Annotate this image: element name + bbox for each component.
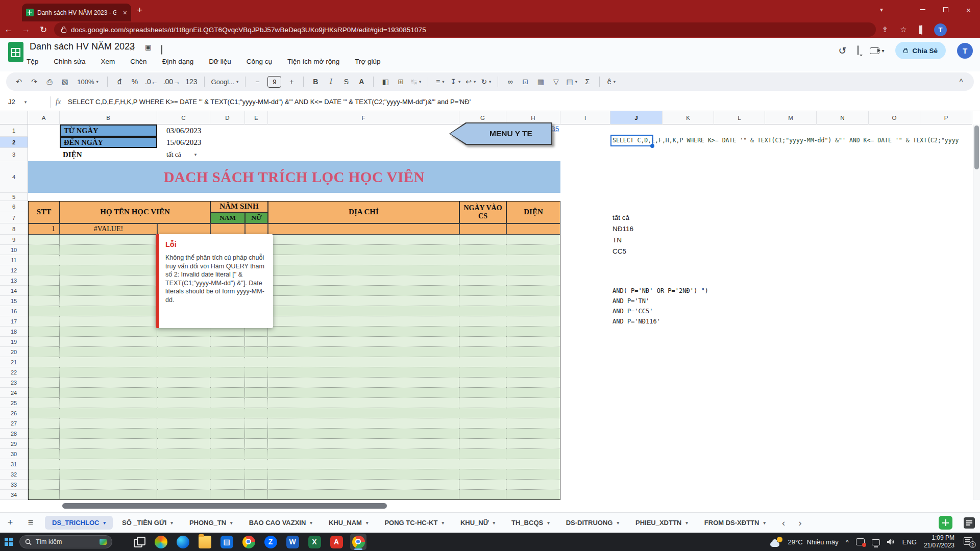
- row-header-15[interactable]: 15: [0, 296, 28, 306]
- grid-cell[interactable]: [210, 429, 245, 439]
- font-select[interactable]: Googl...▾: [210, 75, 240, 88]
- minimize-button[interactable]: [911, 0, 934, 19]
- insert-comment-button[interactable]: ⊡: [519, 75, 532, 88]
- grid-cell[interactable]: [268, 255, 459, 265]
- sheet-tab-th-bcqs[interactable]: TH_BCQS▾: [504, 516, 557, 530]
- grid-cell[interactable]: [506, 439, 560, 449]
- row-header-31[interactable]: 31: [0, 459, 28, 469]
- italic-button[interactable]: I: [324, 75, 337, 88]
- column-header-C[interactable]: C: [157, 111, 210, 124]
- grid-cell[interactable]: [210, 398, 245, 408]
- functions-button[interactable]: Σ: [581, 75, 594, 88]
- grid-cell[interactable]: [60, 439, 157, 449]
- row-header-28[interactable]: 28: [0, 429, 28, 439]
- grid-cell[interactable]: [268, 480, 459, 490]
- grid-cell[interactable]: [60, 367, 157, 378]
- grid-cell[interactable]: [28, 398, 60, 408]
- paint-format-button[interactable]: ▧: [58, 75, 71, 88]
- grid-cell[interactable]: [60, 398, 157, 408]
- j-column-formula-fragment[interactable]: AND P='NĐ116': [612, 316, 660, 327]
- grid-cell[interactable]: [459, 286, 506, 296]
- row-header-20[interactable]: 20: [0, 347, 28, 357]
- excel-icon[interactable]: X: [306, 534, 323, 550]
- scroll-tabs-left-icon[interactable]: ‹: [782, 517, 785, 529]
- column-header-F[interactable]: F: [268, 111, 459, 124]
- grid-cell-B1[interactable]: TỪ NGÀY: [60, 124, 157, 137]
- address-bar[interactable]: docs.google.com/spreadsheets/d/1t8gnEiLQ…: [54, 22, 876, 37]
- sheet-tab-ds-ditruong[interactable]: DS-DITRUONG▾: [559, 516, 626, 530]
- sheet-tab-khu-n-[interactable]: KHU_NỮ▾: [453, 516, 502, 530]
- chrome-active-icon[interactable]: [350, 534, 366, 550]
- menu-định-dạng[interactable]: Định dạng: [161, 56, 195, 67]
- grid-cell[interactable]: [459, 378, 506, 388]
- grid-cell-H6[interactable]: DIỆN: [506, 201, 560, 223]
- grid-cell[interactable]: [506, 337, 560, 347]
- grid-cell[interactable]: [210, 388, 245, 398]
- row-header-3[interactable]: 3: [0, 148, 28, 161]
- filter-views-button[interactable]: ▤▾: [565, 75, 579, 88]
- grid-cell-F8[interactable]: [268, 223, 459, 235]
- row-header-7[interactable]: 7: [0, 212, 28, 223]
- grid-cell[interactable]: [157, 480, 210, 490]
- grid-cell[interactable]: [28, 367, 60, 378]
- comments-icon[interactable]: [857, 46, 859, 55]
- grid-cell[interactable]: [28, 429, 60, 439]
- borders-button[interactable]: ⊞: [394, 75, 407, 88]
- insert-chart-button[interactable]: ▦: [534, 75, 547, 88]
- store-icon[interactable]: ▤: [218, 534, 235, 550]
- grid-cell-C2[interactable]: 15/06/2023: [157, 137, 210, 148]
- grid-cell[interactable]: [268, 347, 459, 357]
- grid-cell[interactable]: [245, 469, 268, 480]
- word-icon[interactable]: W: [284, 534, 301, 550]
- grid-cell[interactable]: [268, 357, 459, 367]
- row-header-17[interactable]: 17: [0, 316, 28, 327]
- browser-profile-avatar[interactable]: T: [934, 23, 947, 36]
- grid-cell[interactable]: [210, 480, 245, 490]
- grid-cell[interactable]: [506, 429, 560, 439]
- row-header-5[interactable]: 5: [0, 193, 28, 201]
- grid-cell[interactable]: [268, 408, 459, 418]
- grid-cell-B3[interactable]: DIỆN: [60, 148, 157, 161]
- grid-cell[interactable]: [157, 357, 210, 367]
- bookmark-star-icon[interactable]: ☆: [894, 25, 913, 34]
- sheets-logo-icon[interactable]: [8, 42, 23, 62]
- text-color-button[interactable]: A: [355, 75, 368, 88]
- row-header-11[interactable]: 11: [0, 255, 28, 265]
- grid-cell[interactable]: [157, 367, 210, 378]
- forward-icon[interactable]: →: [17, 24, 35, 35]
- taskbar-clock[interactable]: 1:09 PM 21/07/2023: [924, 534, 954, 549]
- grid-cell-G8[interactable]: [459, 223, 506, 235]
- grid-cell[interactable]: [459, 490, 506, 500]
- grid-cell[interactable]: [210, 459, 245, 469]
- menu-y-te-shape[interactable]: MENU Y TE: [449, 122, 552, 145]
- grid-cell[interactable]: [157, 449, 210, 459]
- row-header-18[interactable]: 18: [0, 327, 28, 337]
- grid-cell-D7[interactable]: NAM: [210, 212, 245, 223]
- grid-cell[interactable]: [157, 429, 210, 439]
- column-header-P[interactable]: P: [920, 111, 972, 124]
- grid-cell-C8[interactable]: [157, 223, 210, 235]
- grid-cell[interactable]: [157, 378, 210, 388]
- grid-cell[interactable]: [60, 357, 157, 367]
- grid-cell[interactable]: [28, 408, 60, 418]
- font-size-decrease-button[interactable]: −: [251, 75, 264, 88]
- increase-decimal-button[interactable]: .00→: [162, 75, 182, 88]
- grid-cell[interactable]: [245, 480, 268, 490]
- panel-toggle-icon[interactable]: [964, 517, 975, 529]
- print-button[interactable]: ⎙: [43, 75, 56, 88]
- grid-cell[interactable]: [28, 388, 60, 398]
- menu-xem[interactable]: Xem: [100, 56, 116, 67]
- row-header-13[interactable]: 13: [0, 276, 28, 286]
- text-rotate-button[interactable]: ↻▾: [479, 75, 493, 88]
- grid-cell[interactable]: [268, 265, 459, 276]
- input-tools-button[interactable]: ê▾: [605, 75, 618, 88]
- grid-cell[interactable]: [506, 296, 560, 306]
- row-header-22[interactable]: 22: [0, 367, 28, 378]
- grid-cell[interactable]: [459, 408, 506, 418]
- grid-cell[interactable]: [60, 459, 157, 469]
- grid-cell-B2[interactable]: ĐẾN NGÀY: [60, 137, 157, 148]
- horizontal-align-button[interactable]: ≡▾: [433, 75, 447, 88]
- grid-cell[interactable]: [210, 357, 245, 367]
- grid-cell-A4[interactable]: DACH SÁCH TRÍCH LỌC HỌC VIÊN: [28, 161, 560, 193]
- grid-cell[interactable]: [157, 459, 210, 469]
